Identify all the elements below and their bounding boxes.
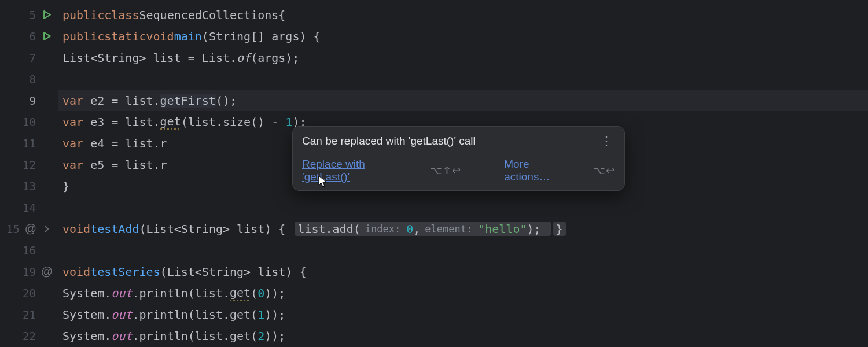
gutter-row[interactable]: 9 <box>0 90 58 111</box>
code-line[interactable] <box>58 68 868 90</box>
code-line[interactable] <box>58 197 868 218</box>
line-number: 10 <box>21 116 36 128</box>
gutter-row[interactable]: 22 <box>0 325 58 346</box>
intention-title: Can be replaced with 'getLast()' call <box>302 135 476 147</box>
intention-more-actions[interactable]: More actions… <box>504 158 577 183</box>
gutter-row[interactable]: 14 <box>0 197 58 218</box>
override-icon[interactable]: @ <box>42 265 52 278</box>
gutter: 5 6 7 8 9 10 11 12 13 14 15 @ 16 19 <box>0 0 58 347</box>
chevron-right-icon[interactable] <box>42 226 52 232</box>
shortcut-hint: ⌥⇧↩ <box>430 164 461 177</box>
code-area[interactable]: public class SequencedCollections { publ… <box>58 0 868 347</box>
gutter-row[interactable]: 20 <box>0 282 58 304</box>
param-hint: element: <box>421 222 476 236</box>
line-number: 20 <box>21 287 36 300</box>
code-line[interactable]: var e2 = list.getFirst(); <box>58 90 868 111</box>
intention-primary-action[interactable]: Replace with 'getLast()' <box>302 158 414 183</box>
line-number: 6 <box>21 30 36 43</box>
line-number: 5 <box>21 9 36 21</box>
intention-popup: Can be replaced with 'getLast()' call ⋮ … <box>292 126 625 191</box>
gutter-row[interactable]: 15 @ <box>0 218 58 239</box>
line-number: 8 <box>21 73 36 86</box>
run-icon[interactable] <box>42 10 52 19</box>
fold-brace[interactable]: } <box>553 222 566 236</box>
gutter-row[interactable]: 10 <box>0 111 58 132</box>
fold-region[interactable]: list.add(index:0,element:"hello"); <box>295 222 550 236</box>
gutter-row[interactable]: 16 <box>0 239 58 261</box>
override-icon[interactable]: @ <box>25 222 36 235</box>
shortcut-hint: ⌥↩ <box>593 164 615 177</box>
gutter-row[interactable]: 13 <box>0 175 58 197</box>
gutter-row[interactable]: 6 <box>0 25 58 47</box>
line-number: 19 <box>21 265 36 278</box>
code-line[interactable]: void testSeries(List<String> list) { <box>58 261 868 282</box>
gutter-row[interactable]: 5 <box>0 4 58 25</box>
line-number: 16 <box>21 244 36 257</box>
gutter-row[interactable]: 19 @ <box>0 261 58 282</box>
line-number: 21 <box>21 308 36 321</box>
line-number: 13 <box>21 180 36 193</box>
code-line[interactable]: public static void main(String[] args) { <box>58 25 868 47</box>
code-line[interactable]: System.out.println(list.get(2)); <box>58 325 868 346</box>
line-number: 22 <box>21 330 36 342</box>
line-number: 11 <box>21 137 36 150</box>
code-line[interactable]: public class SequencedCollections { <box>58 4 868 25</box>
line-number: 14 <box>21 201 36 214</box>
gutter-row[interactable]: 11 <box>0 132 58 154</box>
code-line[interactable]: List<String> list = List.of(args); <box>58 47 868 68</box>
line-number: 12 <box>21 158 36 171</box>
code-line[interactable]: System.out.println(list.get(0)); <box>58 282 868 304</box>
code-line[interactable] <box>58 239 868 261</box>
param-hint: index: <box>362 222 404 236</box>
run-icon[interactable] <box>42 32 52 40</box>
gutter-row[interactable]: 7 <box>0 47 58 68</box>
line-number: 15 <box>5 223 20 235</box>
gutter-row[interactable]: 8 <box>0 68 58 90</box>
code-line[interactable]: System.out.println(list.get(1)); <box>58 304 868 325</box>
code-editor: 5 6 7 8 9 10 11 12 13 14 15 @ 16 19 <box>0 0 868 347</box>
code-line[interactable]: void testAdd(List<String> list) { list.a… <box>58 218 868 239</box>
line-number: 9 <box>21 94 36 107</box>
gutter-row[interactable]: 12 <box>0 154 58 175</box>
line-number: 7 <box>21 51 36 64</box>
gutter-row[interactable]: 21 <box>0 304 58 325</box>
